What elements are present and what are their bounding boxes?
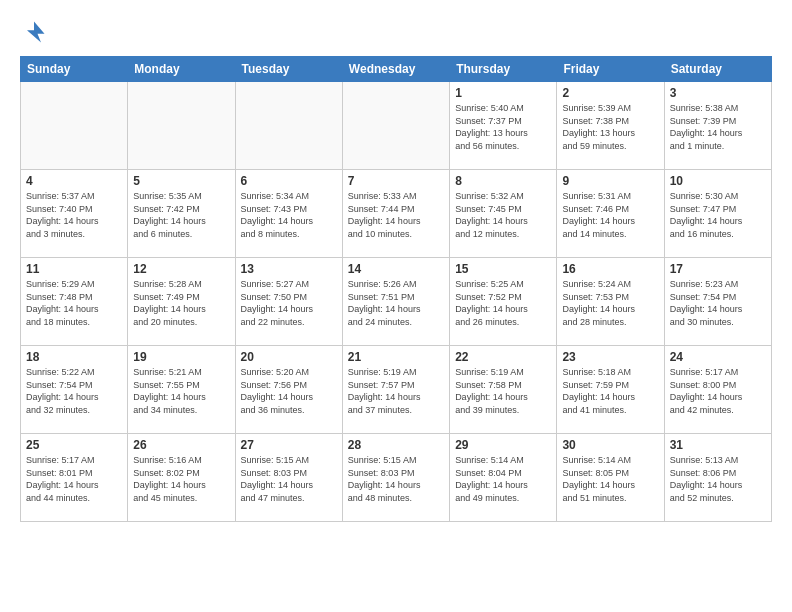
calendar-week-row: 1Sunrise: 5:40 AMSunset: 7:37 PMDaylight…: [21, 82, 772, 170]
day-info: Sunrise: 5:28 AMSunset: 7:49 PMDaylight:…: [133, 278, 229, 328]
day-info: Sunrise: 5:17 AMSunset: 8:01 PMDaylight:…: [26, 454, 122, 504]
calendar-table: SundayMondayTuesdayWednesdayThursdayFrid…: [20, 56, 772, 522]
day-info: Sunrise: 5:22 AMSunset: 7:54 PMDaylight:…: [26, 366, 122, 416]
day-number: 28: [348, 438, 444, 452]
calendar-day-cell: 18Sunrise: 5:22 AMSunset: 7:54 PMDayligh…: [21, 346, 128, 434]
day-info: Sunrise: 5:30 AMSunset: 7:47 PMDaylight:…: [670, 190, 766, 240]
day-info: Sunrise: 5:39 AMSunset: 7:38 PMDaylight:…: [562, 102, 658, 152]
day-number: 31: [670, 438, 766, 452]
day-info: Sunrise: 5:16 AMSunset: 8:02 PMDaylight:…: [133, 454, 229, 504]
weekday-header-cell: Sunday: [21, 57, 128, 82]
day-number: 30: [562, 438, 658, 452]
calendar-week-row: 25Sunrise: 5:17 AMSunset: 8:01 PMDayligh…: [21, 434, 772, 522]
calendar-day-cell: 30Sunrise: 5:14 AMSunset: 8:05 PMDayligh…: [557, 434, 664, 522]
day-info: Sunrise: 5:14 AMSunset: 8:05 PMDaylight:…: [562, 454, 658, 504]
day-info: Sunrise: 5:37 AMSunset: 7:40 PMDaylight:…: [26, 190, 122, 240]
day-number: 12: [133, 262, 229, 276]
day-info: Sunrise: 5:33 AMSunset: 7:44 PMDaylight:…: [348, 190, 444, 240]
day-info: Sunrise: 5:20 AMSunset: 7:56 PMDaylight:…: [241, 366, 337, 416]
calendar-day-cell: 6Sunrise: 5:34 AMSunset: 7:43 PMDaylight…: [235, 170, 342, 258]
calendar-day-cell: 3Sunrise: 5:38 AMSunset: 7:39 PMDaylight…: [664, 82, 771, 170]
calendar-week-row: 18Sunrise: 5:22 AMSunset: 7:54 PMDayligh…: [21, 346, 772, 434]
calendar-day-cell: 2Sunrise: 5:39 AMSunset: 7:38 PMDaylight…: [557, 82, 664, 170]
day-number: 21: [348, 350, 444, 364]
day-number: 16: [562, 262, 658, 276]
day-number: 14: [348, 262, 444, 276]
day-number: 26: [133, 438, 229, 452]
day-number: 18: [26, 350, 122, 364]
day-info: Sunrise: 5:25 AMSunset: 7:52 PMDaylight:…: [455, 278, 551, 328]
calendar-week-row: 4Sunrise: 5:37 AMSunset: 7:40 PMDaylight…: [21, 170, 772, 258]
calendar-day-cell: 4Sunrise: 5:37 AMSunset: 7:40 PMDaylight…: [21, 170, 128, 258]
day-number: 24: [670, 350, 766, 364]
day-info: Sunrise: 5:15 AMSunset: 8:03 PMDaylight:…: [241, 454, 337, 504]
day-info: Sunrise: 5:34 AMSunset: 7:43 PMDaylight:…: [241, 190, 337, 240]
day-info: Sunrise: 5:15 AMSunset: 8:03 PMDaylight:…: [348, 454, 444, 504]
day-number: 6: [241, 174, 337, 188]
weekday-header-cell: Thursday: [450, 57, 557, 82]
day-number: 17: [670, 262, 766, 276]
calendar-day-cell: 24Sunrise: 5:17 AMSunset: 8:00 PMDayligh…: [664, 346, 771, 434]
day-info: Sunrise: 5:13 AMSunset: 8:06 PMDaylight:…: [670, 454, 766, 504]
day-info: Sunrise: 5:21 AMSunset: 7:55 PMDaylight:…: [133, 366, 229, 416]
calendar-day-cell: [128, 82, 235, 170]
day-number: 3: [670, 86, 766, 100]
weekday-header-cell: Saturday: [664, 57, 771, 82]
weekday-header-cell: Wednesday: [342, 57, 449, 82]
day-info: Sunrise: 5:19 AMSunset: 7:58 PMDaylight:…: [455, 366, 551, 416]
weekday-header-cell: Friday: [557, 57, 664, 82]
calendar-day-cell: 16Sunrise: 5:24 AMSunset: 7:53 PMDayligh…: [557, 258, 664, 346]
calendar-day-cell: 5Sunrise: 5:35 AMSunset: 7:42 PMDaylight…: [128, 170, 235, 258]
day-number: 20: [241, 350, 337, 364]
day-number: 2: [562, 86, 658, 100]
calendar-day-cell: 12Sunrise: 5:28 AMSunset: 7:49 PMDayligh…: [128, 258, 235, 346]
calendar-day-cell: 11Sunrise: 5:29 AMSunset: 7:48 PMDayligh…: [21, 258, 128, 346]
day-number: 1: [455, 86, 551, 100]
day-number: 23: [562, 350, 658, 364]
day-number: 19: [133, 350, 229, 364]
day-info: Sunrise: 5:24 AMSunset: 7:53 PMDaylight:…: [562, 278, 658, 328]
day-number: 27: [241, 438, 337, 452]
calendar-day-cell: 29Sunrise: 5:14 AMSunset: 8:04 PMDayligh…: [450, 434, 557, 522]
logo: [20, 18, 52, 46]
calendar-day-cell: 17Sunrise: 5:23 AMSunset: 7:54 PMDayligh…: [664, 258, 771, 346]
day-number: 8: [455, 174, 551, 188]
calendar-day-cell: 28Sunrise: 5:15 AMSunset: 8:03 PMDayligh…: [342, 434, 449, 522]
day-info: Sunrise: 5:31 AMSunset: 7:46 PMDaylight:…: [562, 190, 658, 240]
day-number: 10: [670, 174, 766, 188]
calendar-day-cell: 20Sunrise: 5:20 AMSunset: 7:56 PMDayligh…: [235, 346, 342, 434]
day-info: Sunrise: 5:14 AMSunset: 8:04 PMDaylight:…: [455, 454, 551, 504]
calendar-day-cell: 31Sunrise: 5:13 AMSunset: 8:06 PMDayligh…: [664, 434, 771, 522]
day-info: Sunrise: 5:38 AMSunset: 7:39 PMDaylight:…: [670, 102, 766, 152]
calendar-day-cell: [342, 82, 449, 170]
weekday-header-row: SundayMondayTuesdayWednesdayThursdayFrid…: [21, 57, 772, 82]
day-number: 29: [455, 438, 551, 452]
calendar-week-row: 11Sunrise: 5:29 AMSunset: 7:48 PMDayligh…: [21, 258, 772, 346]
calendar-day-cell: 8Sunrise: 5:32 AMSunset: 7:45 PMDaylight…: [450, 170, 557, 258]
day-info: Sunrise: 5:19 AMSunset: 7:57 PMDaylight:…: [348, 366, 444, 416]
weekday-header-cell: Tuesday: [235, 57, 342, 82]
day-info: Sunrise: 5:23 AMSunset: 7:54 PMDaylight:…: [670, 278, 766, 328]
day-number: 5: [133, 174, 229, 188]
calendar-day-cell: 1Sunrise: 5:40 AMSunset: 7:37 PMDaylight…: [450, 82, 557, 170]
day-number: 22: [455, 350, 551, 364]
day-number: 25: [26, 438, 122, 452]
calendar-day-cell: 9Sunrise: 5:31 AMSunset: 7:46 PMDaylight…: [557, 170, 664, 258]
calendar-day-cell: 21Sunrise: 5:19 AMSunset: 7:57 PMDayligh…: [342, 346, 449, 434]
calendar-day-cell: 26Sunrise: 5:16 AMSunset: 8:02 PMDayligh…: [128, 434, 235, 522]
calendar-day-cell: [235, 82, 342, 170]
day-number: 7: [348, 174, 444, 188]
day-number: 9: [562, 174, 658, 188]
calendar-body: 1Sunrise: 5:40 AMSunset: 7:37 PMDaylight…: [21, 82, 772, 522]
day-info: Sunrise: 5:17 AMSunset: 8:00 PMDaylight:…: [670, 366, 766, 416]
logo-icon: [20, 18, 48, 46]
calendar-day-cell: [21, 82, 128, 170]
calendar-day-cell: 27Sunrise: 5:15 AMSunset: 8:03 PMDayligh…: [235, 434, 342, 522]
page: SundayMondayTuesdayWednesdayThursdayFrid…: [0, 0, 792, 612]
calendar-day-cell: 14Sunrise: 5:26 AMSunset: 7:51 PMDayligh…: [342, 258, 449, 346]
calendar-day-cell: 7Sunrise: 5:33 AMSunset: 7:44 PMDaylight…: [342, 170, 449, 258]
day-info: Sunrise: 5:26 AMSunset: 7:51 PMDaylight:…: [348, 278, 444, 328]
day-info: Sunrise: 5:40 AMSunset: 7:37 PMDaylight:…: [455, 102, 551, 152]
day-number: 4: [26, 174, 122, 188]
calendar-day-cell: 15Sunrise: 5:25 AMSunset: 7:52 PMDayligh…: [450, 258, 557, 346]
